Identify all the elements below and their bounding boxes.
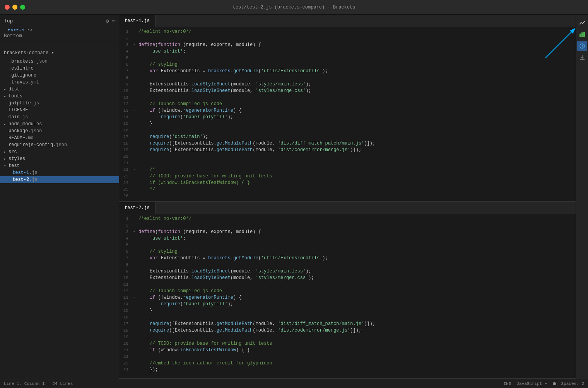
tree-item-main[interactable]: main.js <box>0 114 119 121</box>
arrow-icon: ▸ <box>4 150 9 154</box>
file-tree: .brackets.json .eslintrc .gitignore .tra… <box>0 58 119 379</box>
project-name: brackets-compare ▾ <box>4 50 54 56</box>
code-line: 8 <box>119 75 576 81</box>
bottom-label: Bottom <box>4 33 22 39</box>
code-line: 15 } <box>119 121 576 127</box>
tree-item-test1[interactable]: test-1.js <box>0 169 119 176</box>
tree-item-travis[interactable]: .travis.yml <box>0 79 119 86</box>
tree-item-gulpfile[interactable]: gulpfile.js <box>0 100 119 107</box>
file-label: README.md <box>9 135 34 141</box>
arrow-icon <box>4 136 9 140</box>
window-title: test/test-2.js (brackets-compare) — Brac… <box>233 5 356 10</box>
tab-label: test-2.js <box>125 205 150 211</box>
file-label: .brackets.json <box>9 59 48 64</box>
code-line: 15 } <box>119 308 576 314</box>
bottom-code-area[interactable]: 1 /*eslint no-var:0*/ 2 3 ▾ define(funct… <box>119 214 576 378</box>
code-line: 18 require([ExtensionUtils.getModulePath… <box>119 140 576 147</box>
code-line: 3 ▾ define(function (require, exports, m… <box>119 229 576 235</box>
gear-icon[interactable]: ⚙ <box>106 18 109 24</box>
arrow-icon <box>8 178 12 182</box>
statusbar: Line 1, Column 1 — 24 Lines INS JavaScri… <box>0 379 588 388</box>
code-line: 25 */ <box>119 186 576 193</box>
file-label: requirejs-config.json <box>9 142 67 148</box>
code-line: 2 <box>119 222 576 229</box>
code-line: 7 var ExtensionUtils = brackets.getModul… <box>119 68 576 75</box>
code-line: 4 'use strict'; <box>119 235 576 242</box>
open-file-test1[interactable]: test-1.js <box>0 27 119 31</box>
arrow-icon <box>4 108 9 112</box>
right-toolbar <box>576 15 588 379</box>
maximize-button[interactable] <box>20 5 25 10</box>
split-icon[interactable]: ▭ <box>112 18 115 24</box>
sidebar-top-header: Top ⚙ ▭ <box>0 15 119 27</box>
svg-rect-2 <box>579 34 581 37</box>
code-line: 20 <box>119 153 576 160</box>
code-line: 13 ▾ if (!window.regeneratorRuntime) { <box>119 107 576 114</box>
arrow-icon: ▾ <box>4 164 9 168</box>
project-header[interactable]: brackets-compare ▾ <box>0 48 119 58</box>
svg-rect-3 <box>581 32 583 37</box>
spaces-setting[interactable]: Spaces: 2 <box>561 381 584 386</box>
minimize-button[interactable] <box>12 5 17 10</box>
tree-item-license[interactable]: LICENSE <box>0 107 119 114</box>
sidebar-bottom-header: Bottom <box>0 31 119 40</box>
tree-item-test[interactable]: ▾ test <box>0 162 119 169</box>
sidebar: Top ⚙ ▭ test-1.js test-2.js Bottom brack… <box>0 15 119 379</box>
code-line: 17 require([ExtensionUtils.getModulePath… <box>119 321 576 327</box>
top-code-area[interactable]: 1 /*eslint no-var:0*/ 2 3 ▾ define(funct… <box>119 27 576 201</box>
download-button[interactable] <box>577 53 587 63</box>
tree-item-src[interactable]: ▸ src <box>0 148 119 155</box>
tree-item-fonts[interactable]: ▸ fonts <box>0 93 119 100</box>
bottom-editor-pane: test-2.js 1 /*eslint no-var:0*/ 2 3 ▾ d <box>119 202 576 379</box>
tab-label: test-1.js <box>125 18 150 24</box>
bottom-tab-test2[interactable]: test-2.js <box>119 202 156 214</box>
code-line: 12 // launch compiled js code <box>119 288 576 294</box>
tree-item-brackets-json[interactable]: .brackets.json <box>0 58 119 65</box>
code-line: 6 // styling <box>119 248 576 255</box>
code-line: 3 ▾ define(function (require, exports, m… <box>119 42 576 48</box>
top-tab-test1[interactable]: test-1.js <box>119 15 156 27</box>
tree-item-readme[interactable]: README.md <box>0 134 119 141</box>
compare-button[interactable] <box>577 41 587 51</box>
code-line: 12 // launch compiled js code <box>119 101 576 107</box>
sidebar-header-actions: ⚙ ▭ <box>106 18 115 24</box>
arrow-icon: ▸ <box>4 122 9 126</box>
code-line: 21 if (window.isBracketsTestWindow) { } <box>119 347 576 354</box>
tree-item-package[interactable]: package.json <box>0 128 119 134</box>
code-line: 17 require('dist/main'); <box>119 134 576 140</box>
code-line: 8 <box>119 262 576 268</box>
arrow-icon: ▸ <box>4 94 9 99</box>
cursor-position: Line 1, Column 1 — 24 Lines <box>4 381 73 386</box>
top-label: Top <box>4 18 13 24</box>
code-line: 22 <box>119 354 576 360</box>
code-line: 22 ▾ /* <box>119 167 576 173</box>
tree-item-requirejs[interactable]: requirejs-config.json <box>0 141 119 148</box>
code-line: 1 /*eslint no-var:0*/ <box>119 216 576 222</box>
file-label: test-1.js <box>12 170 38 175</box>
code-line: 6 // styling <box>119 61 576 68</box>
arrow-icon <box>4 143 9 147</box>
tree-item-dist[interactable]: ▸ dist <box>0 86 119 93</box>
tree-item-node-modules[interactable]: ▸ node_modules <box>0 121 119 128</box>
file-label: node_modules <box>9 121 42 127</box>
code-line: 16 <box>119 127 576 134</box>
file-label: .eslintrc <box>9 66 34 71</box>
file-label: .travis.yml <box>9 80 39 85</box>
tree-item-test2[interactable]: test-2.js <box>0 176 119 183</box>
tree-item-eslintrc[interactable]: .eslintrc <box>0 65 119 72</box>
analytics-button[interactable] <box>577 18 587 28</box>
code-line: 11 <box>119 94 576 101</box>
tree-item-gitignore[interactable]: .gitignore <box>0 72 119 79</box>
code-line: 10 ExtensionUtils.loadStyleSheet(module,… <box>119 88 576 94</box>
open-files-top: test-1.js test-2.js <box>0 27 119 31</box>
main-layout: Top ⚙ ▭ test-1.js test-2.js Bottom brack… <box>0 15 588 379</box>
tree-item-styles[interactable]: ▸ styles <box>0 155 119 162</box>
file-label: LICENSE <box>9 107 28 113</box>
code-line: 23 // TODO: provide base for writing uni… <box>119 173 576 180</box>
file-label: styles <box>9 156 25 162</box>
language-selector[interactable]: JavaScript ▾ <box>516 381 547 386</box>
code-line: 19 <box>119 334 576 340</box>
code-line: 1 /*eslint no-var:0*/ <box>119 29 576 35</box>
close-button[interactable] <box>5 5 10 10</box>
bar-chart-button[interactable] <box>577 29 587 39</box>
